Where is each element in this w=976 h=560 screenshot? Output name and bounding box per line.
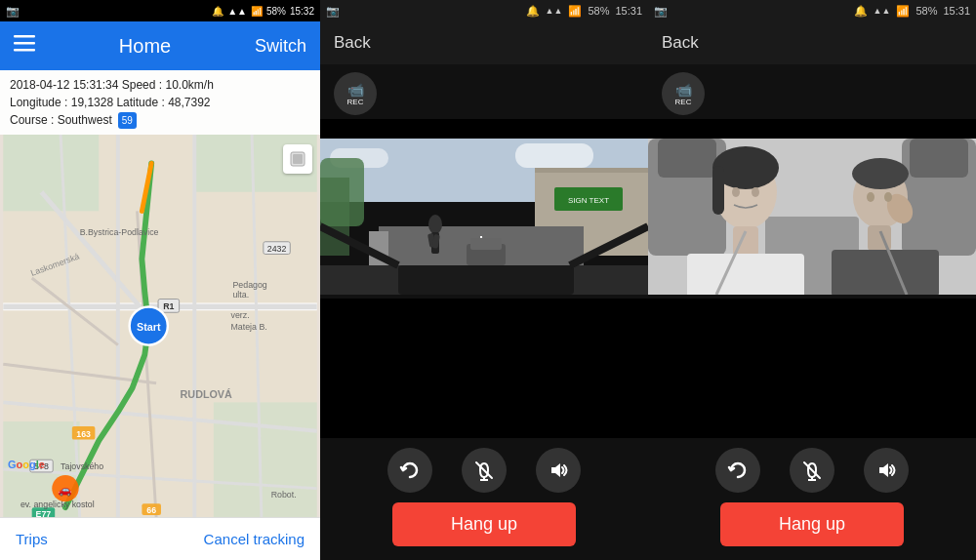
video-feed-front: SIGN TEXT: [320, 139, 648, 299]
back-button-2[interactable]: Back: [334, 33, 371, 53]
svg-rect-1: [14, 42, 35, 45]
svg-line-76: [476, 462, 492, 478]
hang-up-row-2: Hang up: [320, 502, 648, 560]
video-controls-2: [320, 438, 648, 502]
camera-icon-v2: 📷: [326, 5, 340, 18]
svg-rect-58: [535, 168, 648, 173]
svg-text:Start: Start: [137, 321, 161, 333]
svg-text:ev. angelický kostol: ev. angelický kostol: [20, 500, 95, 509]
svg-text:Tajovského: Tajovského: [61, 461, 103, 471]
svg-text:Mateja B.: Mateja B.: [231, 322, 267, 332]
panel-map: 📷 🔔 ▲▲ 📶 58% 15:32 Home Switch 2018-04-1…: [0, 0, 320, 560]
svg-rect-71: [398, 265, 574, 295]
svg-text:🚗: 🚗: [58, 483, 72, 497]
bottom-bar-map: Trips Cancel tracking: [0, 517, 320, 560]
svg-text:163: 163: [76, 429, 91, 439]
speaker-button-2[interactable]: [536, 448, 581, 493]
wifi-icon: ▲▲: [227, 6, 247, 17]
status-bar-video2: 📷 🔔 ▲▲ 📶 58% 15:31: [320, 0, 648, 21]
course-badge: 59: [118, 112, 137, 129]
battery-text: 58%: [266, 6, 286, 17]
hang-up-row-3: Hang up: [648, 502, 976, 560]
layers-button[interactable]: [283, 144, 312, 174]
signal-icon-v3: 📶: [896, 5, 910, 18]
hang-up-button-2[interactable]: Hang up: [392, 502, 576, 546]
video-top-bar-2: Back: [320, 21, 648, 64]
svg-text:Pedagog: Pedagog: [232, 280, 266, 290]
time-v2: 15:31: [615, 5, 642, 17]
svg-text:verz.: verz.: [231, 310, 250, 320]
svg-text:R1: R1: [163, 301, 174, 311]
svg-text:66: 66: [146, 505, 156, 515]
coords-info: Longitude : 19,1328 Latitude : 48,7392: [10, 94, 310, 111]
svg-text:B.Bystrica-Podlavice: B.Bystrica-Podlavice: [80, 227, 159, 237]
rec-area-2: 📹 REC: [320, 64, 648, 119]
rotate-button-3[interactable]: [715, 448, 760, 493]
home-title: Home: [119, 35, 171, 58]
svg-text:Robot.: Robot.: [271, 490, 297, 500]
app-top-bar: Home Switch: [0, 21, 320, 70]
panel-video-front: 📷 🔔 ▲▲ 📶 58% 15:31 Back 📹 REC: [320, 0, 648, 560]
video-feed-interior: [648, 139, 976, 299]
svg-point-64: [428, 215, 442, 234]
course-info: Course : Southwest 59: [10, 111, 310, 129]
google-logo: Google: [8, 459, 45, 470]
info-bar: 2018-04-12 15:31:34 Speed : 10.0km/h Lon…: [0, 70, 320, 135]
course-text: Course : Southwest: [10, 111, 112, 129]
svg-rect-54: [515, 143, 593, 168]
svg-rect-51: [293, 154, 303, 164]
battery-v3: 58%: [915, 5, 937, 17]
svg-rect-56: [320, 158, 364, 226]
rec-button-2[interactable]: 📹 REC: [334, 72, 377, 115]
status-bar-map: 📷 🔔 ▲▲ 📶 58% 15:32: [0, 0, 320, 21]
rec-label-2: REC: [347, 98, 364, 106]
svg-text:SIGN TEXT: SIGN TEXT: [568, 196, 609, 205]
cancel-tracking-link[interactable]: Cancel tracking: [204, 531, 305, 547]
svg-text:E77: E77: [36, 509, 52, 517]
video-black-top-2: [320, 119, 648, 139]
map-overlay-icons: [283, 144, 312, 174]
map-area[interactable]: R1 163 E77 66 578 2432 Laskomerská B.Bys…: [0, 135, 320, 517]
svg-marker-77: [551, 463, 560, 477]
video-black-bottom-2: [320, 299, 648, 438]
hang-up-button-3[interactable]: Hang up: [720, 502, 904, 546]
time-display: 15:32: [290, 6, 314, 17]
camera-status-icon: 📷: [6, 5, 20, 18]
wifi-icon-v2: ▲▲: [546, 6, 563, 16]
back-button-3[interactable]: Back: [662, 33, 699, 53]
rec-button-3[interactable]: 📹 REC: [662, 72, 705, 115]
status-bar-video3: 📷 🔔 ▲▲ 📶 58% 15:31: [648, 0, 976, 21]
rec-cam-icon-2: 📹: [347, 82, 364, 98]
rec-area-3: 📹 REC: [648, 64, 976, 119]
panel-video-interior: 📷 🔔 ▲▲ 📶 58% 15:31 Back 📹 REC: [648, 0, 976, 560]
alarm-icon-v3: 🔔: [854, 5, 868, 18]
alarm-icon: 🔔: [212, 6, 224, 17]
svg-rect-7: [214, 402, 317, 517]
svg-text:ulta.: ulta.: [232, 290, 249, 300]
rec-label-3: REC: [675, 98, 692, 106]
video-black-bottom-3: [648, 299, 976, 438]
time-v3: 15:31: [943, 5, 970, 17]
speed-info: 2018-04-12 15:31:34 Speed : 10.0km/h: [10, 76, 310, 94]
svg-line-103: [804, 462, 820, 478]
svg-rect-2: [14, 49, 35, 52]
mute-button-2[interactable]: [462, 448, 507, 493]
battery-v2: 58%: [588, 5, 609, 17]
mute-button-3[interactable]: [790, 448, 834, 493]
signal-icon: 📶: [251, 6, 263, 17]
switch-button[interactable]: Switch: [255, 36, 306, 57]
alarm-icon-v2: 🔔: [526, 5, 540, 18]
menu-icon[interactable]: [14, 35, 35, 58]
rotate-button-2[interactable]: [387, 448, 432, 493]
svg-rect-100: [648, 139, 976, 295]
wifi-icon-v3: ▲▲: [874, 6, 891, 16]
signal-icon-v2: 📶: [568, 5, 582, 18]
svg-marker-104: [879, 463, 888, 477]
svg-rect-69: [470, 238, 502, 250]
video-black-top-3: [648, 119, 976, 139]
rec-cam-icon-3: 📹: [675, 82, 692, 98]
speaker-button-3[interactable]: [864, 448, 909, 493]
trips-link[interactable]: Trips: [16, 531, 48, 547]
svg-rect-0: [14, 35, 35, 38]
svg-text:2432: 2432: [267, 244, 287, 254]
